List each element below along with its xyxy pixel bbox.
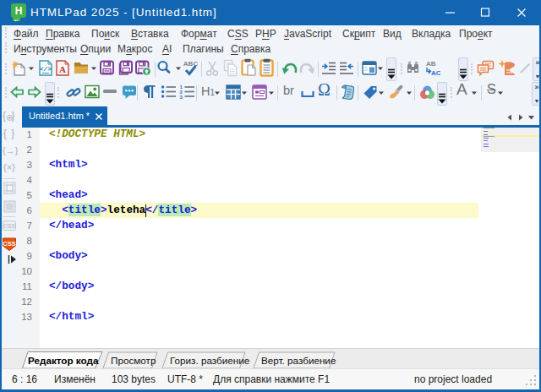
svg-text:A: A <box>59 64 66 74</box>
svg-text:3: 3 <box>180 95 183 99</box>
svg-text:↵: ↵ <box>14 18 19 23</box>
svg-text:</>: </> <box>40 65 52 73</box>
svg-text:AC: AC <box>431 69 440 77</box>
svg-text:CSS: CSS <box>3 223 16 229</box>
svg-text:CSS: CSS <box>3 240 15 248</box>
svg-text:H: H <box>15 5 23 17</box>
svg-text:AB: AB <box>426 60 436 68</box>
